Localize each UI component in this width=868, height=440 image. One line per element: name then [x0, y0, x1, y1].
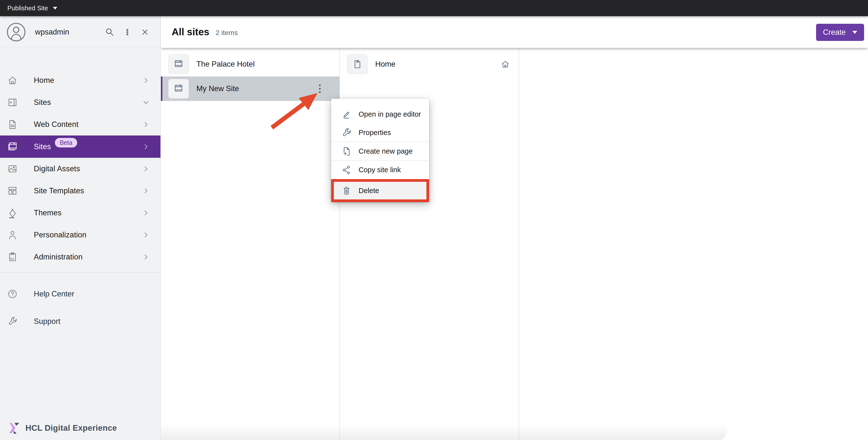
chevron-down-icon — [53, 7, 57, 9]
wrench-icon — [341, 127, 352, 139]
help-icon — [7, 288, 18, 300]
sites-beta-icon — [7, 141, 18, 152]
avatar[interactable] — [6, 22, 26, 42]
page-icon — [347, 54, 368, 74]
wrench-icon — [7, 316, 18, 327]
kebab-menu-icon[interactable] — [122, 26, 133, 38]
hcl-dx-admin-screen: Published Site English HCL — [0, 0, 868, 440]
person-icon — [7, 229, 18, 241]
sidebar-item-digital-assets[interactable]: Digital Assets — [0, 158, 160, 180]
delete-highlight-box: Delete — [331, 179, 429, 202]
sidebar-header-actions — [104, 26, 160, 38]
site-icon — [168, 54, 189, 74]
clipboard-chart-icon — [7, 252, 18, 263]
chevron-right-icon — [142, 165, 150, 173]
sidebar-nav: Home Sites Web Content — [0, 69, 160, 268]
chevron-right-icon — [142, 121, 150, 128]
chevron-right-icon — [142, 231, 150, 239]
menu-item-create-new-page[interactable]: Create new page — [331, 142, 429, 160]
site-selector-label: Published Site — [7, 4, 48, 12]
page-title: All sites — [172, 26, 209, 37]
page-row-home[interactable]: Home — [340, 52, 519, 77]
content-header: All sites 2 items Create — [161, 16, 868, 48]
menu-item-open-in-page-editor[interactable]: Open in page editor — [331, 105, 429, 123]
row-kebab-menu-icon[interactable] — [314, 82, 325, 95]
bottom-shadow — [161, 424, 727, 440]
chevron-right-icon — [142, 77, 150, 84]
layout-icon — [7, 185, 18, 197]
main-content: All sites 2 items Create The Palace Hote… — [161, 16, 868, 440]
page-add-icon — [341, 146, 352, 157]
search-icon[interactable] — [104, 26, 115, 38]
sidebar-divider — [0, 272, 160, 273]
chevron-right-icon — [142, 143, 150, 150]
menu-item-delete[interactable]: Delete — [334, 182, 426, 199]
chevron-right-icon — [142, 209, 150, 216]
home-icon — [7, 75, 18, 86]
sidebar-item-sites-beta[interactable]: Sites Beta — [0, 136, 160, 158]
create-button[interactable]: Create — [816, 24, 864, 41]
items-count: 2 items — [216, 27, 238, 37]
sidebar-item-administration[interactable]: Administration — [0, 246, 160, 268]
site-icon — [168, 79, 189, 98]
sites-columns: The Palace Hotel My New Site — [161, 48, 868, 440]
menu-item-properties[interactable]: Properties — [331, 123, 429, 142]
home-page-indicator-icon — [501, 60, 510, 69]
sidebar-item-site-templates[interactable]: Site Templates — [0, 180, 160, 202]
sidebar-item-help-center[interactable]: Help Center — [0, 284, 160, 304]
share-link-icon — [341, 165, 352, 176]
brand-footer: HCL Digital Experience — [7, 422, 117, 434]
sidebar-item-home[interactable]: Home — [0, 69, 160, 91]
sites-panel-icon — [7, 97, 18, 108]
site-context-menu: Open in page editor Properties Create ne… — [331, 99, 429, 202]
sidebar-item-web-content[interactable]: Web Content — [0, 113, 160, 136]
document-icon — [7, 119, 18, 130]
sites-column: The Palace Hotel My New Site — [161, 48, 340, 440]
brand-text: HCL Digital Experience — [26, 423, 117, 433]
sidebar: wpsadmin Home — [0, 16, 161, 440]
sidebar-item-sites[interactable]: Sites — [0, 91, 160, 113]
sidebar-item-support[interactable]: Support — [0, 311, 160, 332]
close-icon[interactable] — [140, 26, 151, 38]
username: wpsadmin — [35, 28, 104, 36]
chevron-right-icon — [142, 187, 150, 195]
edit-pencil-icon — [341, 109, 352, 120]
image-icon — [7, 163, 18, 174]
sidebar-item-themes[interactable]: Themes — [0, 202, 160, 224]
chevron-down-icon — [852, 31, 857, 34]
beta-badge: Beta — [55, 138, 77, 147]
theme-diamond-icon — [7, 207, 18, 218]
site-selector-dropdown[interactable]: Published Site — [0, 4, 57, 12]
topbar: Published Site English HCL — [0, 0, 868, 16]
sidebar-footer-nav: Help Center Support — [0, 284, 160, 339]
site-row-my-new-site[interactable]: My New Site — [161, 77, 339, 101]
chevron-down-icon — [142, 99, 150, 106]
sidebar-user-header: wpsadmin — [0, 16, 160, 48]
sidebar-item-personalization[interactable]: Personalization — [0, 224, 160, 246]
chevron-right-icon — [142, 253, 150, 261]
trash-icon — [341, 185, 352, 196]
hcl-dx-logo-icon — [7, 422, 20, 434]
site-row-palace-hotel[interactable]: The Palace Hotel — [161, 52, 339, 77]
empty-detail-area — [519, 48, 868, 440]
menu-item-copy-site-link[interactable]: Copy site link — [331, 161, 429, 179]
